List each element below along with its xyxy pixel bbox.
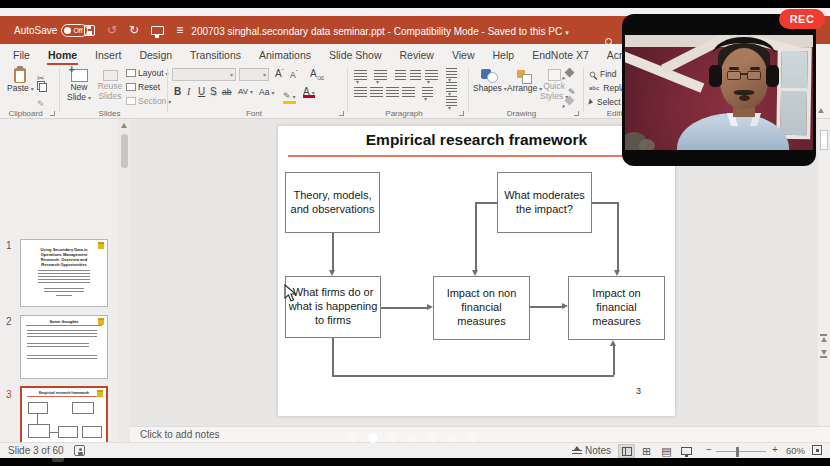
increase-indent-icon[interactable] (410, 70, 421, 80)
notes-toggle-button[interactable]: Notes (572, 445, 611, 456)
shape-fill-icon[interactable] (565, 68, 575, 78)
tab-design[interactable]: Design (130, 44, 181, 65)
align-left-icon[interactable] (354, 87, 367, 97)
search-icon[interactable] (605, 38, 612, 45)
zoom-slider[interactable] (716, 451, 766, 452)
arrange-button[interactable]: Arrange (507, 69, 542, 93)
font-name-combo[interactable] (172, 68, 236, 81)
tab-insert[interactable]: Insert (86, 44, 130, 65)
thumbnail-slide-2[interactable]: Some thoughts (20, 315, 108, 379)
flowchart-box-financial[interactable]: Impact on financial measures (568, 276, 665, 340)
section-button[interactable]: Section (126, 96, 171, 106)
bold-button[interactable]: B (174, 86, 181, 97)
normal-view-button[interactable] (618, 444, 635, 458)
highlight-color-button[interactable] (283, 85, 296, 103)
zoom-slider-thumb[interactable] (736, 447, 739, 457)
fit-to-window-icon[interactable] (812, 445, 822, 455)
convert-smartart-icon[interactable] (446, 96, 457, 106)
justify-icon[interactable] (402, 87, 415, 97)
change-case-button[interactable]: Aa (259, 87, 274, 97)
tab-file[interactable]: File (4, 44, 39, 65)
progress-dot[interactable] (348, 433, 358, 443)
tab-animations[interactable]: Animations (250, 44, 320, 65)
thumbnail-scrollbar-thumb[interactable] (121, 134, 128, 168)
slideshow-view-button[interactable] (678, 444, 695, 458)
line-spacing-icon[interactable] (425, 70, 438, 80)
paste-button[interactable]: Paste (7, 68, 34, 93)
collapse-ribbon-icon[interactable] (818, 108, 824, 113)
document-title[interactable]: 200703 singhal.secondary data seminar.pp… (120, 26, 640, 37)
text-shadow-button[interactable]: S (210, 86, 217, 97)
zoom-in-button[interactable]: + (772, 444, 778, 455)
tab-transitions[interactable]: Transitions (181, 44, 250, 65)
font-dialog-launcher[interactable] (339, 111, 344, 116)
reading-view-button[interactable]: ▤ (658, 444, 675, 458)
strikethrough-button[interactable]: ab (222, 87, 231, 97)
italic-button[interactable]: I (187, 86, 190, 97)
thumbnail-number: 1 (6, 240, 12, 251)
reset-button[interactable]: Reset (126, 82, 160, 92)
flowchart-box-theory[interactable]: Theory, models, and observations (285, 172, 380, 233)
drawing-dialog-launcher[interactable] (574, 111, 579, 116)
flowchart-box-nonfinancial[interactable]: Impact on non financial measures (433, 276, 530, 340)
accessibility-icon[interactable] (74, 445, 85, 456)
reuse-slides-button[interactable]: Reuse Slides (96, 70, 124, 101)
progress-dot[interactable] (468, 433, 478, 443)
columns-icon[interactable] (422, 87, 433, 97)
progress-dot-active[interactable] (368, 433, 378, 443)
clipboard-dialog-launcher[interactable] (50, 111, 55, 116)
find-button[interactable]: Find (589, 69, 617, 79)
align-center-icon[interactable] (370, 87, 383, 97)
shrink-font-button[interactable]: Aˇ (290, 69, 297, 80)
font-color-button[interactable]: A (303, 86, 315, 97)
clear-formatting-button[interactable]: A⌫ (310, 68, 324, 81)
notes-placeholder[interactable]: Click to add notes (140, 429, 220, 440)
flowchart-box-firms[interactable]: What firms do or what is happening to fi… (285, 276, 381, 338)
tab-endnote[interactable]: EndNote X7 (523, 44, 598, 65)
decrease-indent-icon[interactable] (395, 70, 406, 80)
tab-help[interactable]: Help (484, 44, 524, 65)
progress-dot[interactable] (388, 433, 398, 443)
progress-dot[interactable] (428, 433, 438, 443)
text-direction-icon[interactable] (446, 68, 457, 78)
player-progress-dots[interactable] (348, 433, 478, 443)
grow-font-button[interactable]: Aˆ (275, 68, 283, 79)
tab-home[interactable]: Home (39, 44, 86, 65)
bullets-icon[interactable] (354, 70, 367, 80)
thumbnail-slide-1[interactable]: Using Secondary Data in Operations Manag… (20, 239, 108, 307)
align-text-icon[interactable] (446, 82, 457, 92)
shapes-button[interactable]: Shapes (473, 69, 507, 93)
font-size-combo[interactable] (239, 68, 269, 81)
tab-review[interactable]: Review (391, 44, 443, 65)
new-slide-button[interactable]: New Slide (64, 69, 94, 102)
slide-sorter-view-button[interactable]: ⊞ (638, 444, 655, 458)
slide-canvas[interactable]: Empirical research framework Theory, mod… (278, 126, 675, 416)
autosave-toggle[interactable]: AutoSave Off (14, 24, 88, 37)
copy-icon[interactable] (37, 81, 45, 90)
layout-button[interactable]: Layout (126, 68, 169, 78)
slide-scrollbar[interactable] (818, 119, 830, 442)
paragraph-dialog-launcher[interactable] (459, 111, 464, 116)
progress-dot[interactable] (448, 433, 458, 443)
next-slide-button[interactable] (820, 350, 827, 358)
character-spacing-button[interactable]: AV (238, 87, 253, 96)
select-button[interactable]: Select (589, 97, 621, 107)
slide-scrollbar-thumb[interactable] (820, 130, 828, 150)
numbering-icon[interactable] (374, 70, 387, 80)
thumbnail-slide-3-selected[interactable]: Empirical research framework (20, 386, 108, 442)
progress-dot[interactable] (408, 433, 418, 443)
quick-styles-button[interactable]: Quick Styles (540, 69, 568, 101)
scroll-up-icon[interactable] (121, 123, 127, 128)
slide-title[interactable]: Empirical research framework (278, 131, 675, 149)
undo-icon[interactable]: ↺ (107, 23, 117, 37)
align-right-icon[interactable] (386, 87, 399, 97)
save-icon[interactable] (84, 25, 95, 36)
notes-pane[interactable]: Click to add notes (130, 426, 830, 442)
tab-view[interactable]: View (443, 44, 484, 65)
previous-slide-button[interactable] (820, 334, 827, 342)
zoom-level[interactable]: 60% (786, 445, 805, 456)
underline-button[interactable]: U (198, 86, 205, 97)
flowchart-box-moderates[interactable]: What moderates the impact? (497, 172, 592, 233)
zoom-out-button[interactable]: − (706, 444, 712, 455)
tab-slide-show[interactable]: Slide Show (320, 44, 391, 65)
